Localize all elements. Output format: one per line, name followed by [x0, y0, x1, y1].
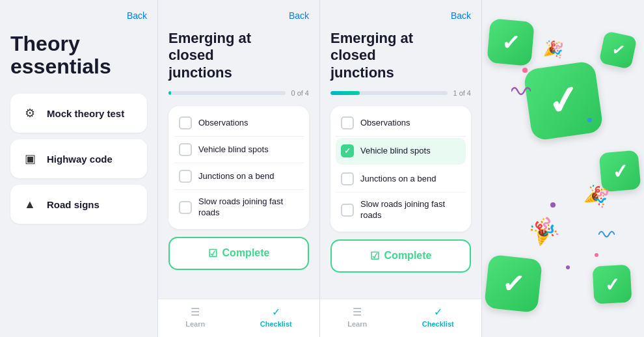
- panel1-item-observations[interactable]: Observations: [174, 110, 304, 137]
- confetti-1: [522, 68, 528, 73]
- celebration-background: ✓ ✓ ✓ ✓ ✓ ✓ 🎉 🎉 🎉: [482, 0, 644, 337]
- sidebar-item-road-signs[interactable]: ▲ Road signs: [10, 185, 147, 224]
- celebration-badge-large: ✓: [522, 61, 603, 141]
- panel2-item-slow-roads-label: Slow roads joining fast roads: [360, 199, 461, 221]
- panel1-checkbox-slow-roads[interactable]: [179, 201, 192, 214]
- panel1-tab-bar: ☰ Learn ✓ Checklist: [158, 299, 319, 337]
- celebration-badge-top-right: ✓: [598, 31, 637, 69]
- confetti-3: [595, 253, 598, 257]
- celebration-badge-bottom-left: ✓: [484, 254, 543, 313]
- sidebar-item-mock-theory-test[interactable]: ⚙ Mock theory test: [10, 94, 147, 133]
- panel2-progress-bar-bg: [330, 91, 448, 95]
- squiggle-svg-2: [598, 229, 615, 239]
- panel2-item-junctions-on-bend[interactable]: Junctions on a bend: [336, 166, 466, 193]
- panel2-complete-button[interactable]: ☑ Complete: [330, 239, 471, 273]
- panel1-learn-icon: ☰: [191, 306, 200, 318]
- panel1-checklist-icon: ✓: [272, 306, 280, 318]
- squiggle-svg: [511, 85, 531, 98]
- sidebar-item-highway-code-label: Highway code: [47, 154, 113, 165]
- sidebar-item-mock-theory-test-label: Mock theory test: [47, 108, 124, 119]
- panel2-item-observations-label: Observations: [360, 118, 410, 129]
- panel2-back-button[interactable]: Back: [451, 10, 471, 21]
- panel1-progress-label: 0 of 4: [291, 89, 309, 97]
- panel1-complete-button[interactable]: ☑ Complete: [168, 237, 309, 270]
- road-signs-icon: ▲: [21, 195, 39, 213]
- panel2-item-slow-roads[interactable]: Slow roads joining fast roads: [336, 193, 466, 228]
- panel2-item-junctions-on-bend-label: Junctions on a bend: [360, 174, 436, 185]
- panel1-item-vehicle-blind-spots[interactable]: Vehicle blind spots: [174, 137, 304, 163]
- panel2-checklist-label: Checklist: [422, 320, 454, 328]
- party-horn-top: 🎉: [542, 39, 564, 61]
- panel2-tab-checklist[interactable]: ✓ Checklist: [422, 306, 454, 328]
- panel1-complete-label: Complete: [222, 247, 270, 259]
- panel1-checklist-label: Checklist: [260, 320, 292, 328]
- panel1-title: Emerging at closed junctions: [168, 30, 273, 81]
- sidebar-item-road-signs-label: Road signs: [47, 199, 100, 210]
- panel2-item-vehicle-blind-spots-label: Vehicle blind spots: [360, 146, 431, 157]
- panel2-checklist-icon: ✓: [434, 306, 442, 318]
- panel1-complete-check-icon: ☑: [208, 247, 217, 260]
- confetti-5: [566, 265, 570, 269]
- panel2-progress-label: 1 of 4: [453, 89, 471, 97]
- sidebar: Back Theory essentials ⚙ Mock theory tes…: [0, 0, 157, 337]
- panel2-item-vehicle-blind-spots[interactable]: Vehicle blind spots: [336, 138, 466, 165]
- panel1-tab-learn[interactable]: ☰ Learn: [185, 306, 205, 328]
- sidebar-title: Theory essentials: [10, 33, 147, 78]
- panel1-checkbox-junctions-on-bend[interactable]: [179, 170, 192, 183]
- panel2-checklist-card: Observations Vehicle blind spots Junctio…: [330, 106, 471, 232]
- panel1-progress-bar-bg: [168, 91, 286, 95]
- panel2-tab-bar: ☰ Learn ✓ Checklist: [320, 299, 481, 337]
- panel1-back-button[interactable]: Back: [289, 10, 309, 21]
- highway-code-icon: ▣: [21, 150, 39, 168]
- checklist-panel-2: Back Emerging at closed junctions 1 of 4…: [320, 0, 481, 337]
- panel2-complete-check-icon: ☑: [370, 250, 379, 262]
- panel2-learn-icon: ☰: [353, 306, 362, 318]
- panel2-learn-label: Learn: [347, 320, 367, 328]
- panel1-item-junctions-on-bend-label: Junctions on a bend: [198, 171, 274, 182]
- party-horn-left: 🎉: [526, 213, 561, 248]
- panel1-item-vehicle-blind-spots-label: Vehicle blind spots: [198, 144, 269, 155]
- confetti-2: [550, 202, 556, 208]
- checklist-panel-1: Back Emerging at closed junctions 0 of 4…: [158, 0, 319, 337]
- celebration-badge-mid-right: ✓: [598, 150, 641, 193]
- panel1-item-slow-roads[interactable]: Slow roads joining fast roads: [174, 190, 304, 225]
- panel2-checkbox-junctions-on-bend[interactable]: [341, 172, 354, 185]
- panel2-progress-bar-fill: [330, 91, 360, 95]
- celebration-panel: ✓ ✓ ✓ ✓ ✓ ✓ 🎉 🎉 🎉: [482, 0, 644, 337]
- panel2-tab-learn[interactable]: ☰ Learn: [347, 306, 367, 328]
- panel2-checkbox-observations[interactable]: [341, 116, 354, 129]
- mock-theory-test-icon: ⚙: [21, 104, 39, 122]
- panel1-progress: 0 of 4: [168, 89, 309, 97]
- sidebar-item-highway-code[interactable]: ▣ Highway code: [10, 139, 147, 178]
- celebration-badge-bottom-right: ✓: [593, 265, 632, 304]
- panel1-tab-checklist[interactable]: ✓ Checklist: [260, 306, 292, 328]
- panel1-learn-label: Learn: [185, 320, 205, 328]
- panel1-checklist-card: Observations Vehicle blind spots Junctio…: [168, 106, 309, 229]
- panel2-progress: 1 of 4: [330, 89, 471, 97]
- panel1-checkbox-observations[interactable]: [179, 116, 192, 129]
- celebration-badge-top-left: ✓: [487, 18, 535, 66]
- sidebar-back-button[interactable]: Back: [127, 10, 147, 21]
- panel2-item-observations[interactable]: Observations: [336, 110, 466, 137]
- panel2-complete-label: Complete: [384, 250, 432, 262]
- panel2-checkbox-vehicle-blind-spots[interactable]: [341, 144, 354, 157]
- panel2-checkbox-slow-roads[interactable]: [341, 204, 354, 217]
- panel1-item-observations-label: Observations: [198, 118, 248, 129]
- panel1-item-slow-roads-label: Slow roads joining fast roads: [198, 196, 299, 219]
- panel1-checkbox-vehicle-blind-spots[interactable]: [179, 143, 192, 156]
- panel1-progress-bar-fill: [168, 91, 171, 95]
- panel1-item-junctions-on-bend[interactable]: Junctions on a bend: [174, 163, 304, 190]
- panel2-title: Emerging at closed junctions: [330, 30, 435, 81]
